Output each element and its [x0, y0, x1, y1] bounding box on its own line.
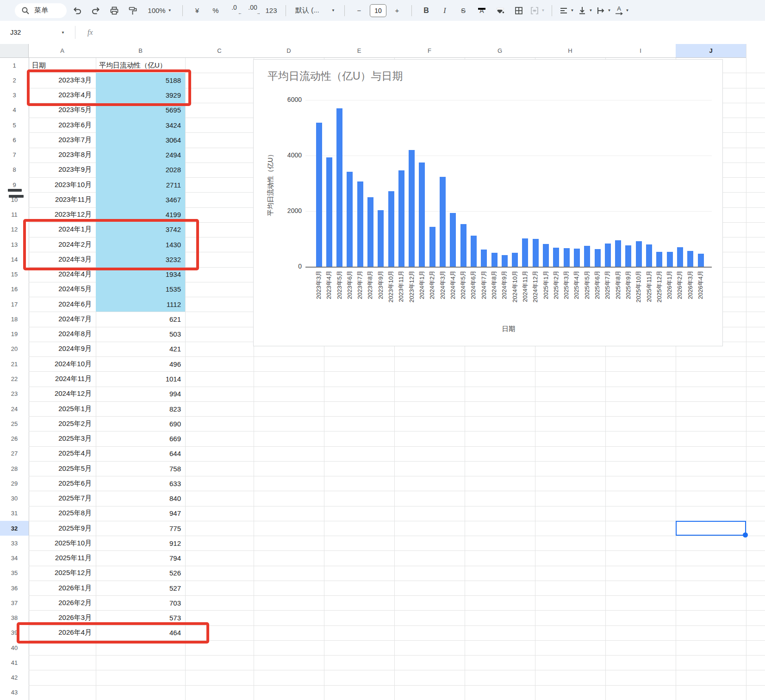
cell-B34[interactable]: 794 — [96, 550, 185, 565]
cell-B28[interactable]: 758 — [96, 461, 185, 476]
cell-A34[interactable]: 2025年11月 — [29, 550, 96, 565]
cell-B19[interactable]: 503 — [96, 327, 185, 342]
row-header-35[interactable]: 35 — [0, 566, 29, 581]
cell-A31[interactable]: 2025年8月 — [29, 506, 96, 521]
row-header-27[interactable]: 27 — [0, 446, 29, 461]
decrease-decimal-button[interactable]: .0← — [226, 3, 242, 18]
fill-color-button[interactable] — [492, 3, 508, 18]
row-header-37[interactable]: 37 — [0, 595, 29, 610]
row-header-6[interactable]: 6 — [0, 132, 29, 147]
spreadsheet-grid[interactable]: 平均日流动性（亿U）与日期 平均日流动性（亿U） 日期 020004000600… — [0, 44, 765, 700]
row-header-21[interactable]: 21 — [0, 356, 29, 371]
increase-font-size-button[interactable]: + — [389, 3, 405, 18]
cell-B37[interactable]: 703 — [96, 595, 185, 610]
cell-B8[interactable]: 2028 — [96, 162, 185, 177]
horizontal-align-button[interactable]: ▼ — [559, 3, 574, 18]
selected-cell-J32[interactable] — [676, 521, 746, 536]
text-wrap-button[interactable]: ▼ — [596, 3, 611, 18]
row-header-1[interactable]: 1 — [0, 58, 29, 73]
text-rotation-button[interactable]: A ▼ — [614, 3, 630, 18]
column-header-H[interactable]: H — [535, 44, 605, 58]
cell-B16[interactable]: 1535 — [96, 282, 185, 297]
row-header-41[interactable]: 41 — [0, 655, 29, 670]
cell-A20[interactable]: 2024年9月 — [29, 342, 96, 356]
select-all-corner[interactable] — [0, 44, 29, 58]
row-header-3[interactable]: 3 — [0, 88, 29, 103]
cell-B36[interactable]: 527 — [96, 581, 185, 595]
cell-A19[interactable]: 2024年8月 — [29, 327, 96, 342]
cell-B30[interactable]: 840 — [96, 491, 185, 506]
font-select[interactable]: 默认 (...▼ — [292, 3, 338, 18]
cell-B29[interactable]: 633 — [96, 476, 185, 491]
column-header-G[interactable]: G — [465, 44, 535, 58]
embedded-chart[interactable]: 平均日流动性（亿U）与日期 平均日流动性（亿U） 日期 020004000600… — [253, 59, 723, 346]
row-header-30[interactable]: 30 — [0, 491, 29, 506]
cell-B31[interactable]: 947 — [96, 506, 185, 521]
menu-search-pill[interactable]: 菜单 — [15, 3, 67, 18]
cell-B23[interactable]: 994 — [96, 387, 185, 401]
cell-B20[interactable]: 421 — [96, 342, 185, 356]
row-header-18[interactable]: 18 — [0, 312, 29, 326]
cell-B10[interactable]: 3467 — [96, 192, 185, 207]
cell-A5[interactable]: 2023年6月 — [29, 118, 96, 132]
cell-B24[interactable]: 823 — [96, 401, 185, 416]
row-header-22[interactable]: 22 — [0, 371, 29, 386]
row-header-16[interactable]: 16 — [0, 282, 29, 297]
cell-B35[interactable]: 526 — [96, 566, 185, 581]
cell-A35[interactable]: 2025年12月 — [29, 566, 96, 581]
cell-A16[interactable]: 2024年5月 — [29, 282, 96, 297]
cell-A22[interactable]: 2024年11月 — [29, 371, 96, 386]
cell-B17[interactable]: 1112 — [96, 297, 185, 312]
paint-format-button[interactable] — [125, 3, 141, 18]
vertical-align-button[interactable]: ▼ — [577, 3, 593, 18]
row-header-33[interactable]: 33 — [0, 536, 29, 550]
format-currency-button[interactable]: ¥ — [189, 3, 205, 18]
cell-B26[interactable]: 669 — [96, 431, 185, 446]
font-size-input[interactable]: 10 — [370, 4, 386, 17]
cell-A33[interactable]: 2025年10月 — [29, 536, 96, 550]
cell-B25[interactable]: 690 — [96, 416, 185, 431]
row-header-25[interactable]: 25 — [0, 416, 29, 431]
cell-A9[interactable]: 2023年10月 — [29, 177, 96, 192]
row-header-17[interactable]: 17 — [0, 297, 29, 312]
column-header-E[interactable]: E — [324, 44, 394, 58]
cell-B33[interactable]: 912 — [96, 536, 185, 550]
merge-cells-button[interactable]: ▼ — [529, 3, 545, 18]
cell-B27[interactable]: 644 — [96, 446, 185, 461]
cell-A17[interactable]: 2024年6月 — [29, 297, 96, 312]
row-header-26[interactable]: 26 — [0, 431, 29, 446]
cell-A6[interactable]: 2023年7月 — [29, 132, 96, 147]
row-header-2[interactable]: 2 — [0, 73, 29, 88]
row-header-23[interactable]: 23 — [0, 387, 29, 401]
cell-A37[interactable]: 2026年2月 — [29, 595, 96, 610]
column-header-F[interactable]: F — [394, 44, 465, 58]
cell-A24[interactable]: 2025年1月 — [29, 401, 96, 416]
row-header-4[interactable]: 4 — [0, 103, 29, 118]
row-header-31[interactable]: 31 — [0, 506, 29, 521]
borders-button[interactable] — [511, 3, 527, 18]
print-button[interactable] — [106, 3, 122, 18]
cell-B18[interactable]: 621 — [96, 312, 185, 326]
redo-button[interactable] — [88, 3, 104, 18]
column-header-J[interactable]: J — [676, 44, 746, 58]
row-header-42[interactable]: 42 — [0, 670, 29, 685]
row-header-32[interactable]: 32 — [0, 521, 29, 536]
bold-button[interactable]: B — [418, 3, 434, 18]
cell-B22[interactable]: 1014 — [96, 371, 185, 386]
fill-handle[interactable] — [743, 532, 748, 538]
cell-A8[interactable]: 2023年9月 — [29, 162, 96, 177]
cell-A30[interactable]: 2025年7月 — [29, 491, 96, 506]
column-header-D[interactable]: D — [254, 44, 324, 58]
text-color-button[interactable]: A — [474, 3, 490, 18]
cell-A29[interactable]: 2025年6月 — [29, 476, 96, 491]
cell-A7[interactable]: 2023年8月 — [29, 148, 96, 162]
format-percent-button[interactable]: % — [208, 3, 224, 18]
row-header-34[interactable]: 34 — [0, 550, 29, 565]
column-header-A[interactable]: A — [29, 44, 96, 58]
cell-A36[interactable]: 2026年1月 — [29, 581, 96, 595]
column-header-C[interactable]: C — [185, 44, 254, 58]
cell-B32[interactable]: 775 — [96, 521, 185, 536]
italic-button[interactable]: I — [437, 3, 453, 18]
row-header-36[interactable]: 36 — [0, 581, 29, 595]
row-header-8[interactable]: 8 — [0, 162, 29, 177]
